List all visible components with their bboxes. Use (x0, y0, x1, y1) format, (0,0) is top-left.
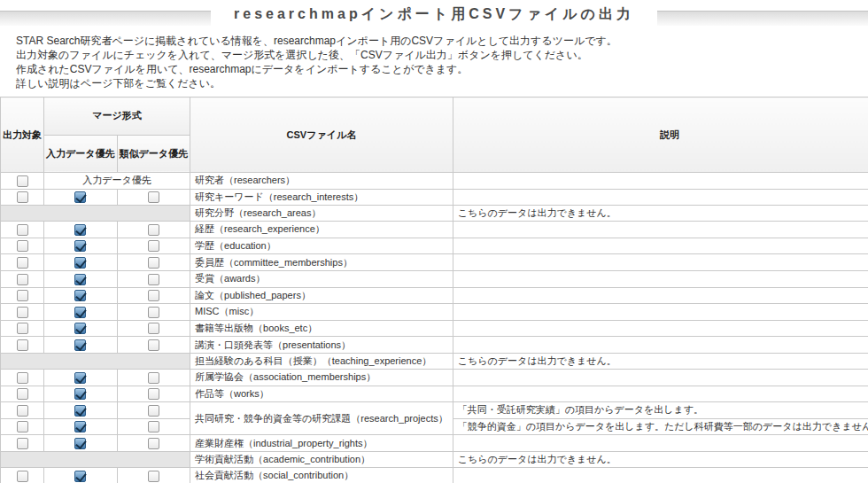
similar-priority-checkbox-cell (117, 320, 190, 337)
input-priority-checkbox-cell (44, 402, 118, 419)
input-priority-checkbox-cell (44, 369, 118, 386)
table-row: 研究キーワード（research_interests）資料 (1, 189, 868, 206)
input-priority-checkbox[interactable] (74, 290, 86, 301)
input-priority-checkbox-cell (44, 238, 118, 254)
similar-priority-checkbox-cell (117, 402, 190, 419)
similar-priority-checkbox[interactable] (148, 257, 159, 269)
similar-priority-checkbox-cell (117, 467, 190, 483)
similar-priority-checkbox[interactable] (148, 438, 159, 449)
intro-line: 出力対象のファイルにチェックを入れて、マージ形式を選択した後、「CSVファイル出… (16, 48, 868, 62)
similar-priority-checkbox[interactable] (148, 339, 159, 351)
output-checkbox-cell (1, 287, 44, 304)
merge-text-cell: 入力データ優先 (44, 173, 190, 190)
row-description (453, 467, 868, 483)
similar-priority-checkbox-cell (117, 304, 190, 321)
row-description: 「競争的資金」の項目からデータを出します。ただし科研費等一部のデータは出力できま… (453, 418, 868, 435)
row-description (453, 238, 868, 254)
page-title: researchmapインポート用CSVファイルの出力 (0, 2, 868, 27)
csv-file-name: 研究分野（research_areas） (190, 206, 453, 222)
table-row: 社会貢献活動（social_contribution）資料 (1, 467, 868, 483)
csv-file-name: 学歴（education） (190, 238, 453, 254)
header-description: 説明 (453, 97, 868, 173)
input-priority-checkbox[interactable] (74, 405, 86, 417)
table-row: 委員歴（committee_memberships）資料 (1, 254, 868, 271)
input-priority-checkbox-cell (44, 386, 118, 402)
input-priority-checkbox[interactable] (74, 372, 86, 384)
output-checkbox[interactable] (17, 274, 28, 285)
csv-file-name: 共同研究・競争的資金等の研究課題（research_projects） (190, 402, 453, 435)
csv-file-name: 書籍等出版物（books_etc） (190, 320, 453, 337)
header-csv-file-name: CSVファイル名 (190, 97, 453, 173)
csv-file-name: 受賞（awards） (190, 270, 453, 287)
row-description (453, 320, 868, 337)
similar-priority-checkbox[interactable] (148, 388, 159, 400)
output-checkbox[interactable] (17, 421, 28, 432)
input-priority-checkbox[interactable] (74, 421, 86, 432)
input-priority-checkbox[interactable] (74, 224, 86, 236)
csv-file-name: 研究者（researchers） (190, 173, 453, 190)
similar-priority-checkbox[interactable] (148, 191, 159, 203)
csv-table-body: 入力データ優先研究者（researchers）資料研究キーワード（researc… (1, 173, 868, 483)
input-priority-checkbox[interactable] (74, 257, 86, 269)
similar-priority-checkbox[interactable] (148, 421, 159, 432)
output-checkbox-cell (1, 435, 44, 452)
similar-priority-checkbox[interactable] (148, 290, 159, 301)
csv-file-name: 社会貢献活動（social_contribution） (190, 467, 453, 483)
input-priority-checkbox[interactable] (74, 438, 86, 449)
output-checkbox-cell (1, 402, 44, 419)
similar-priority-checkbox[interactable] (148, 405, 159, 417)
output-checkbox[interactable] (17, 405, 28, 417)
similar-priority-checkbox-cell (117, 386, 190, 402)
output-checkbox[interactable] (17, 307, 28, 318)
csv-export-table: 出力対象 マージ形式 CSVファイル名 説明 出力される項目について 入力データ… (0, 97, 868, 483)
similar-priority-checkbox[interactable] (148, 372, 159, 384)
similar-priority-checkbox[interactable] (148, 240, 159, 252)
output-checkbox[interactable] (17, 257, 28, 269)
similar-priority-checkbox[interactable] (148, 471, 159, 482)
output-checkbox[interactable] (17, 240, 28, 252)
output-checkbox[interactable] (17, 175, 28, 187)
disabled-cell (1, 451, 190, 467)
row-description (453, 270, 868, 287)
row-description (453, 435, 868, 452)
input-priority-checkbox[interactable] (74, 339, 86, 351)
csv-file-name: 所属学協会（association_memberships） (190, 369, 453, 386)
output-checkbox[interactable] (17, 224, 28, 236)
output-checkbox[interactable] (17, 388, 28, 400)
input-priority-checkbox[interactable] (74, 191, 86, 203)
intro-line: 作成されたCSVファイルを用いて、researchmapにデータをインポートする… (16, 62, 868, 76)
input-priority-checkbox[interactable] (74, 240, 86, 252)
csv-file-name: 作品等（works） (190, 386, 453, 402)
similar-priority-checkbox[interactable] (148, 224, 159, 236)
output-checkbox[interactable] (17, 438, 28, 449)
similar-priority-checkbox[interactable] (148, 274, 159, 285)
output-checkbox[interactable] (17, 339, 28, 351)
output-checkbox[interactable] (17, 191, 28, 203)
output-checkbox[interactable] (17, 471, 28, 482)
input-priority-checkbox-cell (44, 320, 118, 337)
output-checkbox[interactable] (17, 323, 28, 334)
csv-file-name: 産業財産権（industrial_property_rights） (190, 435, 453, 452)
input-priority-checkbox-cell (44, 189, 118, 206)
input-priority-checkbox-cell (44, 304, 118, 321)
csv-file-name: 担当経験のある科目（授業）（teaching_experience） (190, 353, 453, 369)
intro-line: STAR Search研究者ページに掲載されている情報を、researchmap… (16, 34, 868, 48)
output-checkbox[interactable] (17, 372, 28, 384)
output-checkbox[interactable] (17, 290, 28, 301)
similar-priority-checkbox-cell (117, 418, 190, 435)
input-priority-checkbox[interactable] (74, 471, 86, 482)
input-priority-checkbox[interactable] (74, 274, 86, 285)
input-priority-checkbox[interactable] (74, 323, 86, 334)
similar-priority-checkbox[interactable] (148, 323, 159, 334)
csv-file-name: 経歴（research_experience） (190, 222, 453, 238)
output-checkbox-cell (1, 386, 44, 402)
similar-priority-checkbox[interactable] (148, 307, 159, 318)
intro-text: STAR Search研究者ページに掲載されている情報を、researchmap… (16, 34, 868, 90)
input-priority-checkbox[interactable] (74, 388, 86, 400)
input-priority-checkbox[interactable] (74, 307, 86, 318)
row-description (453, 369, 868, 386)
output-checkbox-cell (1, 173, 44, 190)
table-row-disabled: 学術貢献活動（academic_contribution）こちらのデータは出力で… (1, 451, 868, 467)
input-priority-checkbox-cell (44, 337, 118, 354)
output-checkbox-cell (1, 369, 44, 386)
